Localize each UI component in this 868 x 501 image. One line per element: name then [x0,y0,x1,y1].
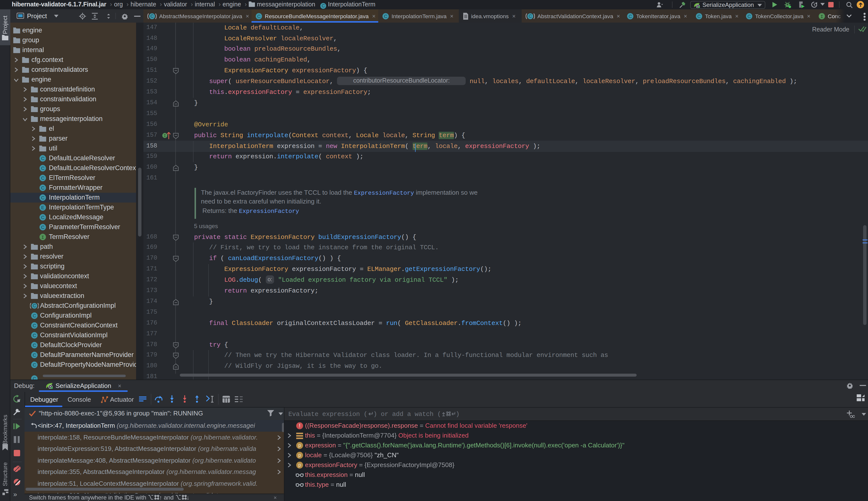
svg-text:C: C [32,352,36,358]
svg-text:E: E [41,205,44,210]
svg-text:C: C [41,185,44,190]
svg-text:C: C [529,13,532,19]
svg-text:C: C [41,224,44,230]
svg-text:C: C [32,313,36,318]
svg-text:C: C [32,342,36,348]
svg-text:C: C [697,13,701,19]
svg-text:C: C [41,166,44,171]
svg-text:I: I [820,14,823,19]
svg-text:C: C [41,195,44,200]
svg-text:I: I [41,235,44,240]
svg-text:C: C [41,175,44,180]
svg-text:C: C [32,333,36,338]
svg-text:C: C [32,323,36,328]
svg-text:C: C [628,13,632,19]
svg-text:I: I [164,134,166,138]
svg-text:C: C [384,13,387,19]
svg-text:C: C [151,13,154,19]
svg-text:C: C [41,156,44,161]
svg-text:C: C [33,303,36,308]
svg-text:C: C [41,215,44,220]
svg-text:C: C [32,362,36,367]
svg-text:C: C [747,13,751,19]
svg-text:C: C [257,13,261,19]
svg-text:C: C [32,376,36,380]
